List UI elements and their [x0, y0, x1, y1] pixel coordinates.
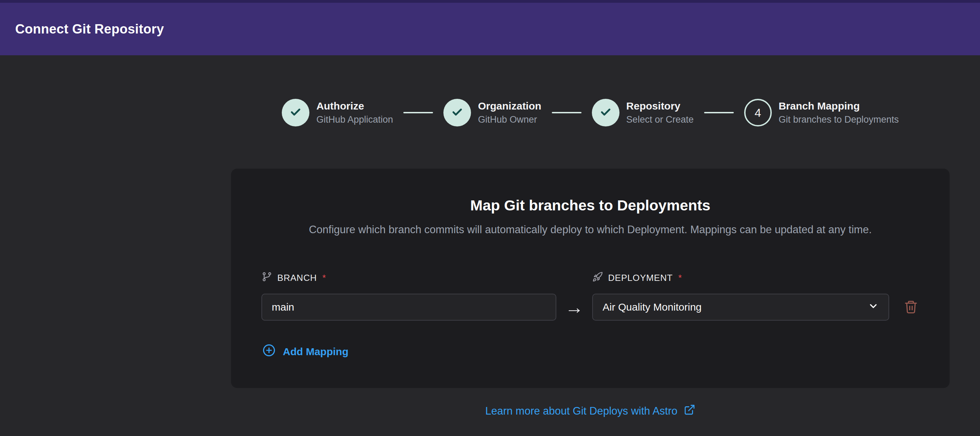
- step-connector: [403, 112, 433, 113]
- mapping-form: BRANCH * →: [261, 271, 919, 359]
- step-number: 4: [754, 106, 761, 120]
- deployment-select-value: Air Quality Monitoring: [603, 301, 702, 313]
- required-marker: *: [678, 273, 682, 283]
- delete-mapping-button[interactable]: [904, 294, 918, 321]
- check-icon: [451, 105, 464, 120]
- step-complete-indicator: [592, 99, 619, 126]
- branch-label-text: BRANCH: [277, 273, 317, 283]
- step-title: Authorize: [316, 99, 393, 113]
- learn-more-link[interactable]: Learn more about Git Deploys with Astro: [485, 404, 695, 418]
- step-authorize[interactable]: Authorize GitHub Application: [282, 99, 393, 126]
- check-icon: [289, 105, 302, 120]
- rocket-icon: [592, 271, 603, 285]
- add-mapping-label: Add Mapping: [283, 346, 348, 358]
- git-branch-icon: [261, 271, 272, 285]
- modal-header: Connect Git Repository: [0, 0, 980, 55]
- external-link-icon: [684, 404, 695, 418]
- required-marker: *: [323, 273, 326, 283]
- step-subtitle: GitHub Owner: [478, 113, 541, 126]
- deployment-label: DEPLOYMENT *: [592, 271, 889, 285]
- branch-input[interactable]: [261, 294, 556, 321]
- step-repository[interactable]: Repository Select or Create: [592, 99, 694, 126]
- wizard-stepper: Authorize GitHub Application Organizatio…: [231, 99, 950, 126]
- plus-circle-icon: [262, 343, 276, 359]
- learn-more-label: Learn more about Git Deploys with Astro: [485, 405, 678, 417]
- step-complete-indicator: [443, 99, 471, 126]
- page-title: Connect Git Repository: [15, 22, 164, 37]
- step-subtitle: Git branches to Deployments: [779, 113, 899, 126]
- trash-icon: [904, 300, 918, 315]
- step-current-indicator: 4: [744, 99, 772, 126]
- content-column: Authorize GitHub Application Organizatio…: [231, 99, 950, 418]
- add-mapping-button[interactable]: Add Mapping: [262, 343, 348, 359]
- deployment-field-group: DEPLOYMENT * Air Quality Monitoring: [592, 271, 889, 321]
- footer: Learn more about Git Deploys with Astro: [231, 404, 950, 418]
- check-icon: [599, 105, 612, 120]
- step-connector: [552, 112, 582, 113]
- branch-label: BRANCH *: [261, 271, 556, 285]
- card-title: Map Git branches to Deployments: [261, 197, 919, 214]
- step-subtitle: GitHub Application: [316, 113, 393, 126]
- step-title: Branch Mapping: [779, 99, 899, 113]
- step-branch-mapping: 4 Branch Mapping Git branches to Deploym…: [744, 99, 899, 126]
- step-title: Repository: [627, 99, 694, 113]
- step-title: Organization: [478, 99, 541, 113]
- mapping-row: BRANCH * →: [261, 271, 919, 321]
- step-organization[interactable]: Organization GitHub Owner: [443, 99, 541, 126]
- deployment-label-text: DEPLOYMENT: [608, 273, 673, 283]
- branch-mapping-card: Map Git branches to Deployments Configur…: [231, 169, 950, 388]
- step-subtitle: Select or Create: [627, 113, 694, 126]
- chevron-down-icon: [868, 300, 879, 314]
- arrow-right-icon: →: [556, 294, 592, 321]
- card-subtitle: Configure which branch commits will auto…: [261, 224, 919, 236]
- deployment-select[interactable]: Air Quality Monitoring: [592, 294, 889, 321]
- step-connector: [704, 112, 734, 113]
- branch-field-group: BRANCH *: [261, 271, 556, 321]
- step-complete-indicator: [282, 99, 309, 126]
